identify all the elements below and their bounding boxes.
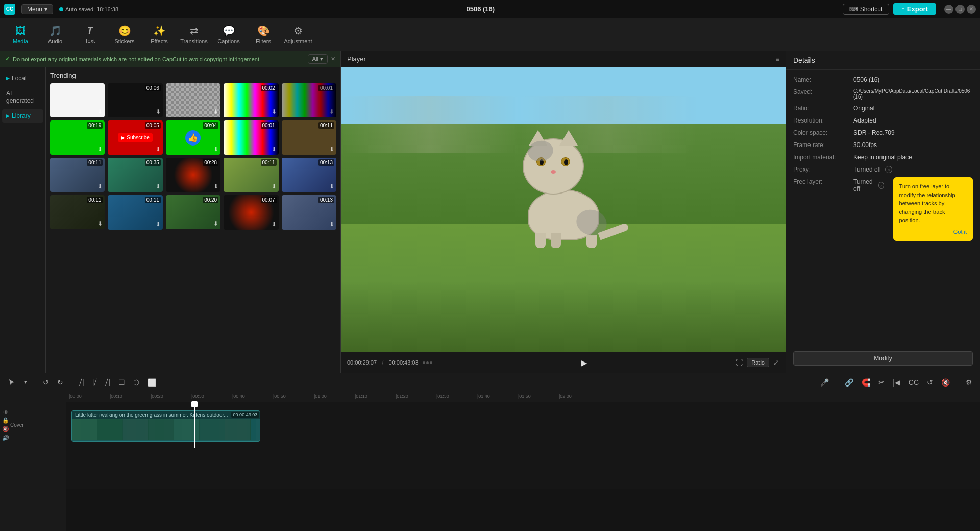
media-thumb-19[interactable]: 00:07 ⬇ [224, 195, 278, 229]
track-labels: 👁 🔒 🔇 🔊 Cover [0, 392, 66, 531]
settings-timeline-button[interactable]: ⚙ [963, 377, 975, 388]
close-button[interactable]: ✕ [967, 5, 976, 14]
media-thumb-13[interactable]: 00:28 ⬇ [166, 158, 220, 192]
filter-button[interactable]: All ▾ [308, 54, 328, 64]
trim-right-button[interactable]: ⧸| [103, 376, 113, 388]
media-thumb-16[interactable]: 00:11 ⬇ [50, 195, 105, 229]
import-value: Keep in original place [853, 154, 973, 161]
divider-3 [837, 378, 837, 387]
media-thumb-1[interactable]: ⬇ [50, 83, 105, 117]
media-thumb-6[interactable]: 00:19 ⬇ [50, 120, 105, 155]
tool-captions[interactable]: 💬 Captions [212, 20, 245, 49]
delete-button[interactable]: ☐ [116, 377, 128, 388]
media-thumb-3[interactable]: ⬇ [166, 83, 220, 117]
undo-button[interactable]: ↺ [40, 377, 52, 388]
minimize-button[interactable]: — [944, 5, 953, 14]
marker-button[interactable]: ⬡ [131, 377, 142, 388]
details-title: Details [793, 56, 815, 64]
freelayer-section: Turned off ○ Turn on free layer to modif… [853, 178, 973, 241]
tool-text[interactable]: T Text [74, 20, 106, 49]
media-thumb-4[interactable]: 00:02 ⬇ [224, 83, 278, 117]
maximize-button[interactable]: □ [955, 5, 965, 14]
ruler-marks-container: |00:00 |00:10 |00:20 |00:30 |00:40 |00:5… [66, 392, 980, 402]
detail-row-name: Name: 0506 (16) [793, 76, 973, 83]
tool-filters[interactable]: 🎨 Filters [247, 20, 280, 49]
ratio-button[interactable]: Ratio [747, 358, 769, 367]
import-label: Import material: [793, 154, 849, 161]
mic-button[interactable]: 🎤 [818, 377, 831, 388]
scissors-button[interactable]: ✂ [876, 377, 887, 388]
media-thumb-9[interactable]: 00:01 ⬇ [224, 120, 278, 155]
effects-label: Effects [151, 38, 167, 44]
fullscreen-icon[interactable]: ⛶ [736, 358, 743, 367]
timeline-dots [423, 361, 432, 364]
media-thumb-11[interactable]: 00:11 ⬇ [50, 158, 105, 192]
playhead-head [191, 401, 198, 407]
tool-media[interactable]: 🖼 Media [4, 20, 37, 49]
expand-icon[interactable]: ⤢ [773, 358, 779, 367]
track-lock-icon[interactable]: 🔒 [2, 417, 9, 424]
frame-2 [97, 419, 123, 440]
export-button[interactable]: ↑ Export [893, 3, 936, 15]
media-thumb-17[interactable]: 00:11 ⬇ [108, 195, 162, 229]
track-volume-icon[interactable]: 🔊 [2, 435, 9, 441]
auto-save-text: Auto saved: 18:16:38 [65, 6, 118, 12]
select-tool-button[interactable] [5, 377, 18, 388]
duration-16: 00:11 [87, 197, 103, 203]
subscribe-box: ▶ Subscribe [118, 133, 152, 142]
thumbnail-button[interactable]: ⬜ [145, 377, 159, 388]
freelayer-toggle-icon[interactable]: ○ [878, 182, 884, 189]
redo-button[interactable]: ↻ [55, 377, 66, 388]
prev-frame-button[interactable]: |◀ [890, 377, 903, 388]
tool-effects[interactable]: ✨ Effects [143, 20, 176, 49]
media-thumb-20[interactable]: 00:13 ⬇ [282, 195, 336, 229]
media-thumb-5[interactable]: 00:01 ⬇ [282, 83, 336, 117]
sidebar-item-library[interactable]: ▶ Library [2, 109, 43, 123]
player-menu-icon[interactable]: ≡ [776, 56, 779, 63]
loop-button[interactable]: ↺ [924, 377, 936, 388]
modify-button[interactable]: Modify [793, 351, 973, 366]
sidebar-item-ai[interactable]: AI generated [2, 87, 43, 107]
link-button[interactable]: 🔗 [842, 377, 856, 388]
media-thumb-12[interactable]: 00:35 ⬇ [108, 158, 162, 192]
select-mode-button[interactable]: ▾ [21, 377, 30, 387]
tool-adjustment[interactable]: ⚙ Adjustment [282, 20, 314, 49]
player-title: Player [347, 55, 366, 63]
got-it-button[interactable]: Got it [899, 228, 967, 236]
media-thumb-7[interactable]: 00:05 ▶ Subscribe ⬇ [108, 120, 162, 155]
play-button[interactable]: ▶ [577, 355, 591, 370]
sidebar-item-local[interactable]: ▶ Local [2, 71, 43, 85]
tool-stickers[interactable]: 😊 Stickers [108, 20, 141, 49]
download-icon-10: ⬇ [329, 146, 334, 153]
content-area: ✔ Do not export any original materials w… [0, 51, 980, 373]
trim-left-button[interactable]: |⧸ [90, 376, 100, 388]
timeline-area: ▾ ↺ ↻ ⧸| |⧸ ⧸| ☐ ⬡ ⬜ 🎤 🔗 🧲 ✂ |◀ CC ↺ 🔇 [0, 373, 980, 531]
video-clip[interactable]: Little kitten walking on the green grass… [71, 410, 260, 442]
tool-audio[interactable]: 🎵 Audio [39, 20, 71, 49]
subscribe-overlay: ▶ Subscribe [108, 120, 162, 155]
resolution-value: Adapted [853, 117, 973, 124]
shortcut-button[interactable]: ⌨ Shortcut [843, 4, 890, 15]
mute-button[interactable]: 🔇 [939, 377, 952, 388]
media-thumb-8[interactable]: 00:04 👍 ⬇ [166, 120, 220, 155]
media-thumb-2[interactable]: 00:06 ⬇ [108, 83, 162, 117]
track-hide-icon[interactable]: 👁 [3, 409, 9, 415]
playhead[interactable] [194, 402, 195, 448]
subscribe-icon: ▶ [121, 135, 125, 140]
tool-transitions[interactable]: ⇄ Transitions [178, 20, 210, 49]
media-thumb-15[interactable]: 00:13 ⬇ [282, 158, 336, 192]
media-thumb-18[interactable]: 00:20 ⬇ [166, 195, 220, 229]
media-thumb-10[interactable]: 00:11 ⬇ [282, 120, 336, 155]
timeline-scroll-area[interactable]: |00:00 |00:10 |00:20 |00:30 |00:40 |00:5… [66, 392, 980, 531]
download-icon-14: ⬇ [272, 183, 277, 190]
media-thumb-14[interactable]: 00:11 ⬇ [224, 158, 278, 192]
proxy-toggle-icon[interactable]: ○ [885, 166, 892, 173]
proxy-value: Turned off [853, 166, 881, 173]
split-button[interactable]: ⧸| [77, 376, 87, 388]
menu-button[interactable]: Menu ▾ [21, 4, 53, 14]
track-mute-icon[interactable]: 🔇 [2, 426, 9, 432]
caption-button[interactable]: CC [906, 377, 921, 388]
video-frame [341, 67, 786, 352]
notice-close-icon[interactable]: ✕ [331, 56, 335, 62]
magnet-button[interactable]: 🧲 [859, 377, 873, 388]
